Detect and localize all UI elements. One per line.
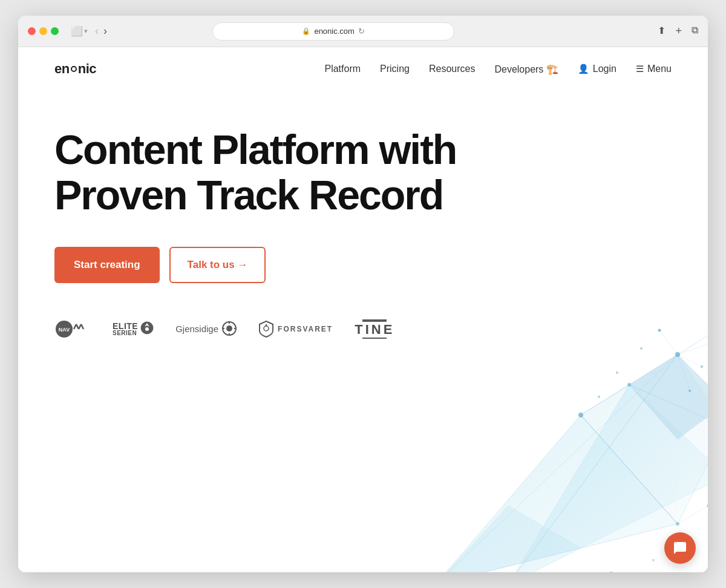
- svg-point-14: [627, 383, 631, 387]
- hero-title: Content Platform with Proven Track Recor…: [54, 127, 466, 218]
- svg-text:NAV: NAV: [59, 327, 70, 333]
- sidebar-chevron: ▾: [84, 27, 88, 35]
- nav-link-resources[interactable]: Resources: [429, 64, 475, 74]
- hero-buttons: Start creating Talk to us →: [54, 247, 466, 283]
- hamburger-icon: ☰: [636, 64, 644, 74]
- forsvaret-icon: [258, 320, 274, 338]
- nav-buttons: ‹ ›: [95, 25, 107, 38]
- close-button[interactable]: [28, 27, 36, 35]
- talk-to-us-button[interactable]: Talk to us →: [169, 247, 266, 283]
- browser-actions: ⬆ + ⧉: [658, 25, 698, 38]
- eliteserien-icon: [140, 321, 154, 337]
- hero-title-line1: Content Platform with: [54, 126, 456, 172]
- chat-button[interactable]: [664, 532, 696, 564]
- new-tab-icon[interactable]: +: [675, 25, 682, 38]
- sidebar-toggle[interactable]: ⬜ ▾: [71, 25, 88, 37]
- svg-point-22: [616, 371, 618, 374]
- svg-line-40: [81, 324, 83, 329]
- svg-point-23: [598, 396, 600, 398]
- forsvaret-text: FORSVARET: [278, 325, 333, 333]
- nav-link-developers[interactable]: Developers 🏗️: [494, 64, 558, 74]
- menu-label: Menu: [647, 64, 672, 74]
- window-controls: [28, 27, 59, 35]
- svg-point-11: [578, 413, 583, 417]
- tine-text: TINE: [355, 323, 394, 336]
- gjensidige-icon: [222, 321, 237, 337]
- partner-logos: NAV ELITE SERIEN: [54, 319, 466, 339]
- browser-window: ⬜ ▾ ‹ › 🔒 enonic.com ↻ ⬆ + ⧉ ennic Pl: [18, 16, 708, 572]
- svg-line-29: [659, 330, 678, 354]
- browser-titlebar: ⬜ ▾ ‹ › 🔒 enonic.com ↻ ⬆ + ⧉: [18, 16, 708, 47]
- nav-item-pricing[interactable]: Pricing: [380, 64, 410, 74]
- nav-link-platform[interactable]: Platform: [324, 64, 361, 74]
- nav-menu[interactable]: ☰ Menu: [636, 64, 672, 74]
- svg-point-42: [145, 327, 149, 331]
- svg-point-28: [610, 571, 612, 572]
- svg-point-45: [264, 326, 269, 331]
- hero-section: Content Platform with Proven Track Recor…: [18, 91, 708, 572]
- share-icon[interactable]: ⬆: [658, 25, 666, 38]
- partner-gjensidige: Gjensidige: [175, 321, 237, 337]
- svg-line-9: [678, 324, 708, 354]
- svg-point-44: [226, 325, 232, 332]
- eliteserien-serien: SERIEN: [113, 330, 138, 336]
- svg-point-21: [640, 347, 643, 350]
- svg-line-31: [678, 342, 708, 354]
- partner-nav: NAV: [54, 319, 91, 339]
- website-content: ennic Platform Pricing Resources Develop…: [18, 47, 708, 572]
- nav-links-list: Platform Pricing Resources Developers 🏗️…: [324, 64, 672, 75]
- nav-link-pricing[interactable]: Pricing: [380, 64, 410, 74]
- start-creating-button[interactable]: Start creating: [54, 247, 160, 283]
- login-label: Login: [593, 64, 616, 74]
- main-nav: ennic Platform Pricing Resources Develop…: [18, 47, 708, 91]
- logo-text: ennic: [54, 61, 96, 77]
- chat-icon: [673, 541, 687, 555]
- back-button[interactable]: ‹: [95, 25, 99, 38]
- hero-text: Content Platform with Proven Track Recor…: [54, 127, 466, 339]
- hero-title-line2: Proven Track Record: [54, 172, 443, 218]
- address-bar[interactable]: 🔒 enonic.com ↻: [212, 22, 454, 41]
- nav-login[interactable]: 👤 Login: [578, 64, 616, 74]
- lock-icon: 🔒: [302, 27, 310, 35]
- forward-button[interactable]: ›: [103, 25, 107, 38]
- nav-item-developers[interactable]: Developers 🏗️: [494, 64, 558, 75]
- person-icon: 👤: [578, 64, 589, 74]
- nav-item-resources[interactable]: Resources: [429, 64, 475, 74]
- nav-item-platform[interactable]: Platform: [324, 64, 361, 74]
- tabs-icon[interactable]: ⧉: [692, 25, 698, 38]
- partner-tine: TINE: [355, 319, 394, 339]
- partner-forsvaret: FORSVARET: [258, 320, 333, 338]
- svg-point-27: [652, 559, 655, 561]
- minimize-button[interactable]: [39, 27, 47, 35]
- eliteserien-elite: ELITE: [113, 322, 138, 330]
- partner-eliteserien: ELITE SERIEN: [113, 321, 154, 337]
- nav-logo-svg: NAV: [54, 319, 91, 339]
- reload-icon[interactable]: ↻: [358, 27, 365, 36]
- fullscreen-button[interactable]: [51, 27, 59, 35]
- gjensidige-text: Gjensidige: [175, 324, 218, 334]
- url-text: enonic.com: [314, 27, 354, 36]
- sidebar-icon: ⬜: [71, 25, 83, 37]
- site-logo[interactable]: ennic: [54, 61, 96, 77]
